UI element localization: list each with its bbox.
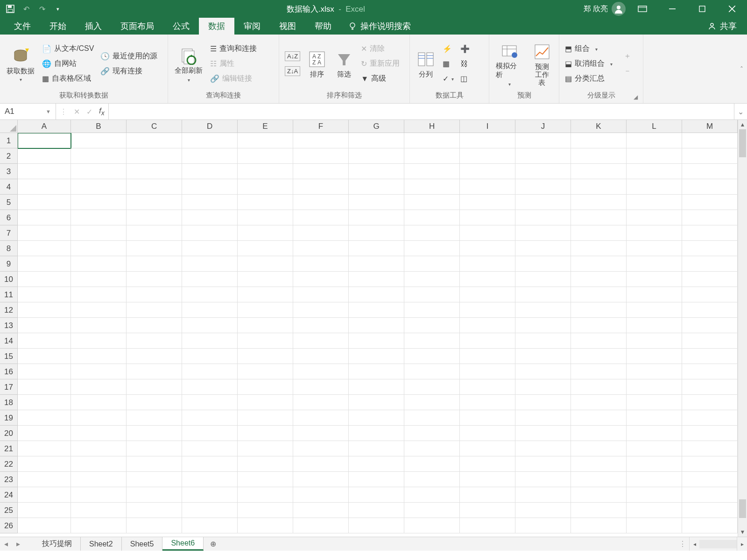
- cell[interactable]: [349, 364, 404, 379]
- column-header[interactable]: G: [349, 120, 404, 133]
- cell[interactable]: [571, 456, 627, 472]
- cell[interactable]: [71, 272, 127, 287]
- group-button[interactable]: ⬒组合▾: [563, 42, 614, 56]
- cell[interactable]: [238, 456, 293, 472]
- row-header[interactable]: 19: [0, 410, 18, 426]
- column-header[interactable]: J: [515, 120, 571, 133]
- cell[interactable]: [71, 333, 127, 349]
- cell[interactable]: [18, 472, 71, 487]
- cell[interactable]: [627, 379, 682, 395]
- cell[interactable]: [238, 164, 293, 179]
- reapply-button[interactable]: ↻重新应用: [359, 57, 402, 71]
- cell[interactable]: [515, 179, 571, 195]
- cell[interactable]: [127, 472, 182, 487]
- scroll-up-icon[interactable]: ▲: [740, 120, 746, 129]
- cell[interactable]: [182, 164, 238, 179]
- scroll-down-icon[interactable]: ▼: [740, 527, 746, 537]
- cell[interactable]: [293, 164, 349, 179]
- tab-insert[interactable]: 插入: [76, 18, 111, 35]
- flash-fill-button[interactable]: ⚡: [441, 42, 456, 56]
- cell[interactable]: [460, 133, 515, 148]
- cell[interactable]: [18, 272, 71, 287]
- cell[interactable]: [460, 364, 515, 379]
- cell[interactable]: [460, 179, 515, 195]
- cell[interactable]: [127, 195, 182, 210]
- cell[interactable]: [293, 503, 349, 518]
- cell[interactable]: [460, 318, 515, 333]
- cell[interactable]: [238, 472, 293, 487]
- recent-sources-button[interactable]: 🕓最近使用的源: [99, 49, 159, 63]
- cell[interactable]: [293, 333, 349, 349]
- cell[interactable]: [404, 241, 460, 256]
- tab-formulas[interactable]: 公式: [163, 18, 199, 35]
- column-header[interactable]: E: [238, 120, 293, 133]
- cell[interactable]: [18, 456, 71, 472]
- cell[interactable]: [127, 210, 182, 225]
- cell[interactable]: [349, 164, 404, 179]
- row-header[interactable]: 11: [0, 287, 18, 302]
- cell[interactable]: [71, 133, 127, 148]
- cell[interactable]: [571, 333, 627, 349]
- cell[interactable]: [682, 410, 738, 426]
- cell[interactable]: [627, 148, 682, 164]
- properties-button[interactable]: ☷属性: [208, 57, 259, 71]
- cell[interactable]: [515, 318, 571, 333]
- cell[interactable]: [515, 225, 571, 241]
- cell[interactable]: [71, 503, 127, 518]
- cell[interactable]: [238, 364, 293, 379]
- column-header[interactable]: F: [293, 120, 349, 133]
- cell[interactable]: [182, 241, 238, 256]
- cell[interactable]: [238, 287, 293, 302]
- cell[interactable]: [71, 256, 127, 272]
- cell[interactable]: [460, 272, 515, 287]
- cell[interactable]: [18, 287, 71, 302]
- cell[interactable]: [18, 410, 71, 426]
- cell[interactable]: [515, 395, 571, 410]
- cell[interactable]: [127, 133, 182, 148]
- cell[interactable]: [460, 518, 515, 533]
- cell[interactable]: [293, 241, 349, 256]
- undo-icon[interactable]: ↶: [21, 3, 32, 14]
- cell[interactable]: [571, 272, 627, 287]
- cell[interactable]: [182, 210, 238, 225]
- close-icon[interactable]: [719, 0, 745, 18]
- from-text-csv-button[interactable]: 📄从文本/CSV: [40, 42, 96, 56]
- cell[interactable]: [71, 210, 127, 225]
- advanced-filter-button[interactable]: ▼高级: [359, 72, 402, 86]
- row-header[interactable]: 20: [0, 426, 18, 441]
- options-icon[interactable]: ⋮: [60, 107, 67, 116]
- cell[interactable]: [571, 364, 627, 379]
- select-all-button[interactable]: [0, 120, 18, 133]
- cell[interactable]: [71, 302, 127, 318]
- cell[interactable]: [460, 487, 515, 503]
- forecast-sheet-button[interactable]: 预测工作表: [529, 42, 555, 86]
- chevron-down-icon[interactable]: ▼: [46, 109, 51, 114]
- cell[interactable]: [182, 410, 238, 426]
- cell[interactable]: [682, 133, 738, 148]
- cell[interactable]: [682, 164, 738, 179]
- row-header[interactable]: 13: [0, 318, 18, 333]
- cell[interactable]: [404, 518, 460, 533]
- cell[interactable]: [460, 410, 515, 426]
- cell[interactable]: [404, 349, 460, 364]
- cell[interactable]: [18, 318, 71, 333]
- column-header[interactable]: B: [71, 120, 127, 133]
- cell[interactable]: [460, 503, 515, 518]
- cell[interactable]: [127, 441, 182, 456]
- row-header[interactable]: 8: [0, 241, 18, 256]
- cell[interactable]: [404, 379, 460, 395]
- cell[interactable]: [127, 179, 182, 195]
- cell[interactable]: [571, 441, 627, 456]
- cell[interactable]: [127, 287, 182, 302]
- cell[interactable]: [571, 472, 627, 487]
- cell[interactable]: [127, 503, 182, 518]
- cell[interactable]: [127, 302, 182, 318]
- sheet-tab[interactable]: Sheet6: [162, 537, 204, 551]
- cell[interactable]: [571, 195, 627, 210]
- cell[interactable]: [127, 410, 182, 426]
- column-header[interactable]: D: [182, 120, 238, 133]
- cell[interactable]: [515, 133, 571, 148]
- clear-filter-button[interactable]: ✕清除: [359, 42, 402, 56]
- tab-pagelayout[interactable]: 页面布局: [111, 18, 163, 35]
- scroll-left-icon[interactable]: ◂: [689, 537, 699, 551]
